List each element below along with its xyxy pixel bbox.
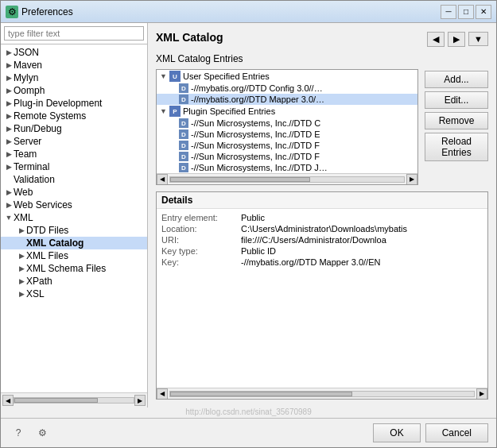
sidebar-item-remote-systems[interactable]: ▶Remote Systems	[1, 110, 147, 122]
hscroll-left-btn[interactable]: ◀	[2, 395, 14, 406]
user-entry-0[interactable]: D -//mybatis.org//DTD Config 3.0//…	[157, 83, 417, 94]
tree-arrow-web-services: ▶	[4, 200, 14, 210]
nav-fwd-button[interactable]: ▶	[448, 32, 465, 47]
nav-back-button[interactable]: ◀	[427, 32, 445, 47]
sidebar-item-xpath[interactable]: ▶XPath	[1, 275, 147, 288]
ok-button[interactable]: OK	[373, 423, 420, 442]
key-type-key: Key type:	[161, 246, 241, 256]
catalog-tree[interactable]: ▼ U User Specified Entries D -//mybatis.…	[157, 70, 417, 173]
sidebar-item-server[interactable]: ▶Server	[1, 135, 147, 148]
catalog-entries-label: XML Catalog Entries	[156, 53, 488, 64]
user-specified-group: ▼ U User Specified Entries D -//mybatis.…	[157, 70, 417, 105]
location-key: Location:	[161, 224, 241, 234]
sidebar-item-run-debug[interactable]: ▶Run/Debug	[1, 122, 147, 135]
hscroll-right-btn[interactable]: ▶	[134, 395, 146, 406]
sidebar-label-web: Web	[14, 187, 33, 198]
sidebar-label-team: Team	[14, 149, 37, 160]
detail-uri: URI: file:///C:/Users/Administrator/Down…	[160, 234, 484, 245]
sidebar-item-xml-schema-files[interactable]: ▶XML Schema Files	[1, 262, 147, 275]
sidebar-item-mylyn[interactable]: ▶Mylyn	[1, 71, 147, 84]
plugin-entry-2[interactable]: D -//Sun Microsystems, Inc.//DTD F	[157, 140, 417, 151]
sidebar-label-xml-files: XML Files	[26, 250, 68, 261]
cat-hscroll-right[interactable]: ▶	[406, 174, 417, 185]
details-hscroll-left[interactable]: ◀	[157, 388, 168, 400]
sidebar-item-json[interactable]: ▶JSON	[1, 46, 147, 59]
sidebar-label-plugin-dev: Plug-in Development	[14, 98, 102, 109]
sidebar-item-terminal[interactable]: ▶Terminal	[1, 160, 147, 173]
watermark: http://blog.csdn.net/sinat_35670989	[1, 407, 496, 418]
settings-icon-button[interactable]: ⚙	[33, 423, 52, 442]
sidebar-label-xsl: XSL	[26, 288, 45, 299]
detail-entry-element: Entry element: Public	[160, 212, 484, 223]
edit-button[interactable]: Edit...	[425, 91, 488, 109]
d-icon-user-1: D	[179, 95, 188, 104]
close-button[interactable]: ✕	[476, 5, 491, 19]
cancel-button[interactable]: Cancel	[425, 423, 488, 442]
cat-hscroll-track[interactable]	[169, 176, 405, 183]
plugin-entry-label-0: -//Sun Microsystems, Inc.//DTD C	[191, 118, 320, 128]
window-controls: ─ □ ✕	[441, 5, 491, 19]
plugin-entry-label-1: -//Sun Microsystems, Inc.//DTD E	[191, 129, 320, 139]
sidebar-item-web-services[interactable]: ▶Web Services	[1, 199, 147, 211]
plugin-entry-label-4: -//Sun Microsystems, Inc.//DTD J…	[191, 163, 328, 172]
tree-arrow-oomph: ▶	[4, 86, 14, 95]
location-value: C:\Users\Administrator\Downloads\mybatis	[241, 224, 407, 234]
nav-dropdown-button[interactable]: ▼	[468, 32, 488, 46]
tree-arrow-team: ▶	[4, 149, 14, 159]
key-value: -//mybatis.org//DTD Mapper 3.0//EN	[241, 257, 380, 267]
sidebar-item-dtd-files[interactable]: ▶DTD Files	[1, 224, 147, 237]
user-entry-label-1: -//mybatis.org//DTD Mapper 3.0/…	[191, 95, 324, 104]
minimize-button[interactable]: ─	[441, 5, 456, 19]
details-header: Details	[157, 192, 487, 209]
user-specified-header[interactable]: ▼ U User Specified Entries	[157, 70, 417, 83]
window-icon: ⚙	[6, 6, 18, 18]
maximize-button[interactable]: □	[458, 5, 474, 19]
sidebar-label-remote-systems: Remote Systems	[14, 110, 86, 122]
details-hscroll-right[interactable]: ▶	[476, 388, 487, 400]
cat-hscroll-left[interactable]: ◀	[157, 174, 168, 185]
details-hscroll-track[interactable]	[169, 391, 475, 397]
bottom-bar: http://blog.csdn.net/sinat_35670989 ? ⚙ …	[1, 407, 496, 447]
plugin-entry-1[interactable]: D -//Sun Microsystems, Inc.//DTD E	[157, 129, 417, 140]
plugin-entry-0[interactable]: D -//Sun Microsystems, Inc.//DTD C	[157, 118, 417, 129]
catalog-action-buttons: Add... Edit... Remove Reload Entries	[425, 69, 488, 185]
tree-arrow-xml-files: ▶	[17, 251, 26, 261]
catalog-section: XML Catalog Entries ▼ U User Specified E…	[156, 53, 488, 185]
plugin-entry-3[interactable]: D -//Sun Microsystems, Inc.//DTD F	[157, 151, 417, 162]
sidebar-item-xml-catalog[interactable]: XML Catalog	[1, 237, 147, 249]
catalog-tree-container: ▼ U User Specified Entries D -//mybatis.…	[156, 69, 418, 185]
sidebar-item-validation[interactable]: Validation	[1, 173, 147, 186]
sidebar-item-oomph[interactable]: ▶Oomph	[1, 84, 147, 97]
hscroll-track[interactable]	[14, 397, 134, 404]
sidebar-label-xpath: XPath	[26, 276, 52, 287]
tree-arrow-maven: ▶	[4, 60, 14, 70]
user-entry-1[interactable]: D -//mybatis.org//DTD Mapper 3.0/…	[157, 94, 417, 105]
user-entry-label-0: -//mybatis.org//DTD Config 3.0//…	[191, 83, 323, 93]
d-icon-plugin-2: D	[179, 141, 188, 150]
sidebar-item-plugin-dev[interactable]: ▶Plug-in Development	[1, 97, 147, 110]
sidebar-item-maven[interactable]: ▶Maven	[1, 59, 147, 71]
details-section: Details Entry element: Public Location: …	[156, 191, 488, 400]
plugin-entry-4[interactable]: D -//Sun Microsystems, Inc.//DTD J…	[157, 162, 417, 173]
remove-button[interactable]: Remove	[425, 112, 488, 129]
tree-arrow-server: ▶	[4, 137, 14, 146]
add-button[interactable]: Add...	[425, 71, 488, 88]
sidebar-label-xml-catalog: XML Catalog	[26, 238, 83, 249]
title-bar: ⚙ Preferences ─ □ ✕	[1, 1, 496, 23]
sidebar-item-xsl[interactable]: ▶XSL	[1, 288, 147, 300]
plugin-specified-header[interactable]: ▼ P Plugin Specified Entries	[157, 105, 417, 118]
entry-element-value: Public	[241, 213, 265, 222]
plugin-folder-icon: P	[169, 106, 181, 117]
sidebar-item-web[interactable]: ▶Web	[1, 186, 147, 199]
sidebar-item-team[interactable]: ▶Team	[1, 148, 147, 160]
sidebar-item-xml-files[interactable]: ▶XML Files	[1, 249, 147, 262]
tree-arrow-run-debug: ▶	[4, 124, 14, 133]
sidebar-label-dtd-files: DTD Files	[26, 225, 68, 236]
sidebar-label-json: JSON	[14, 47, 39, 58]
sidebar-item-xml[interactable]: ▼XML	[1, 211, 147, 224]
reload-entries-button[interactable]: Reload Entries	[425, 133, 488, 161]
d-icon-plugin-4: D	[179, 163, 188, 172]
filter-input[interactable]	[4, 26, 144, 41]
tree-arrow-plugin-dev: ▶	[4, 98, 14, 108]
help-button[interactable]: ?	[9, 423, 28, 442]
